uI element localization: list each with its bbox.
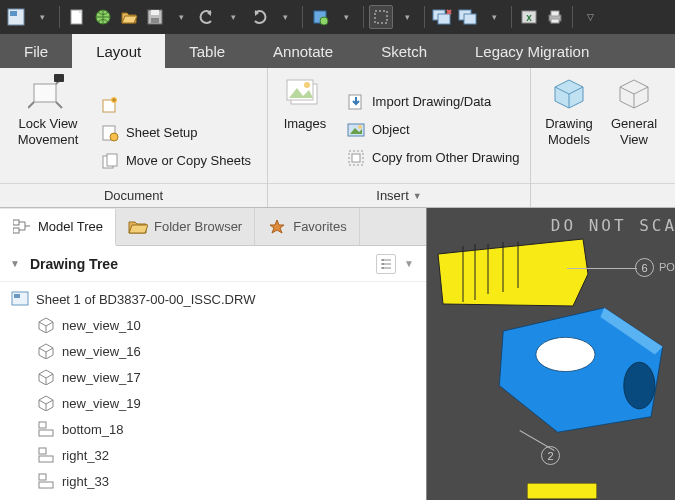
svg-rect-70 (39, 430, 53, 436)
tree-item[interactable]: right_33 (0, 468, 426, 494)
new-sheet-button[interactable] (100, 95, 251, 115)
tab-sketch[interactable]: Sketch (357, 34, 451, 68)
svg-rect-46 (13, 220, 19, 225)
ribbon-tab-strip: File Layout Table Annotate Sketch Legacy… (0, 34, 675, 68)
yellow-bar (527, 483, 597, 500)
panel-insert-title[interactable]: Insert▼ (268, 183, 530, 207)
tab-layout[interactable]: Layout (72, 34, 165, 68)
balloon-2[interactable]: 2 (541, 446, 560, 465)
windows-icon[interactable] (456, 5, 480, 29)
tree-item-label: new_view_10 (62, 318, 141, 333)
tab-legacy-migration[interactable]: Legacy Migration (451, 34, 613, 68)
side-tab-strip: Model Tree Folder Browser Favorites (0, 208, 426, 246)
save-icon[interactable] (143, 5, 167, 29)
select-box-icon[interactable] (369, 5, 393, 29)
excel-export-icon[interactable]: x (517, 5, 541, 29)
sheet-setup-icon (100, 123, 120, 143)
open-web-icon[interactable] (91, 5, 115, 29)
tree-root-row[interactable]: Sheet 1 of BD3837-00-00_ISSC.DRW (0, 286, 426, 312)
svg-rect-71 (39, 448, 46, 454)
object-button[interactable]: Object (346, 120, 519, 140)
drawing-canvas[interactable]: DO NOT SCALE. 6 POS 2 (427, 208, 675, 500)
regenerate-icon[interactable] (308, 5, 332, 29)
model-tree-icon (12, 217, 32, 237)
tree-item[interactable]: new_view_17 (0, 364, 426, 390)
tree-item-label: right_33 (62, 474, 109, 489)
svg-text:x: x (526, 12, 532, 23)
tree-options-caret[interactable]: ▼ (404, 258, 416, 269)
svg-point-82 (536, 337, 595, 371)
app-menu-icon[interactable] (4, 5, 28, 29)
copy-from-label: Copy from Other Drawing (372, 150, 519, 165)
tree-item[interactable]: new_view_19 (0, 390, 426, 416)
balloon-6[interactable]: 6 (635, 258, 654, 277)
select-box-caret[interactable]: ▾ (395, 5, 419, 29)
svg-rect-7 (151, 18, 159, 23)
svg-rect-24 (34, 84, 56, 102)
general-view-button[interactable]: General View (603, 72, 665, 183)
tree-item-label: right_32 (62, 448, 109, 463)
move-copy-sheets-button[interactable]: Move or Copy Sheets (100, 151, 251, 171)
tree-item[interactable]: new_view_10 (0, 312, 426, 338)
tree-settings-icon[interactable] (376, 254, 396, 274)
new-file-icon[interactable] (65, 5, 89, 29)
app-menu-caret[interactable]: ▾ (30, 5, 54, 29)
redo-caret[interactable]: ▾ (273, 5, 297, 29)
side-tab-folder-browser-label: Folder Browser (154, 219, 242, 234)
svg-rect-41 (352, 154, 360, 162)
side-tab-model-tree[interactable]: Model Tree (0, 209, 116, 246)
tab-annotate[interactable]: Annotate (249, 34, 357, 68)
svg-rect-59 (12, 292, 28, 305)
windows-caret[interactable]: ▾ (482, 5, 506, 29)
drawing-models-button[interactable]: Drawing Models (537, 72, 601, 183)
side-tab-favorites[interactable]: Favorites (255, 208, 359, 245)
tab-file[interactable]: File (0, 34, 72, 68)
view-iso-icon (36, 367, 56, 387)
tree-item-label: new_view_16 (62, 344, 141, 359)
side-tab-favorites-label: Favorites (293, 219, 346, 234)
tree-body: Sheet 1 of BD3837-00-00_ISSC.DRW new_vie… (0, 282, 426, 500)
print-icon[interactable] (543, 5, 567, 29)
svg-rect-14 (438, 14, 450, 24)
tree-root-label: Sheet 1 of BD3837-00-00_ISSC.DRW (36, 292, 255, 307)
tree-collapse-caret[interactable]: ▼ (10, 258, 22, 269)
undo-caret[interactable]: ▾ (221, 5, 245, 29)
lock-view-icon (28, 74, 68, 114)
lock-view-movement-button[interactable]: Lock View Movement (8, 72, 88, 183)
object-label: Object (372, 122, 410, 137)
undo-icon[interactable] (195, 5, 219, 29)
watermark-text: DO NOT SCALE. (551, 216, 675, 235)
tab-table[interactable]: Table (165, 34, 249, 68)
svg-rect-47 (13, 228, 19, 233)
svg-rect-18 (464, 14, 476, 24)
save-caret[interactable]: ▾ (169, 5, 193, 29)
sheet-setup-button[interactable]: Sheet Setup (100, 123, 251, 143)
side-panel: Model Tree Folder Browser Favorites ▼ Dr… (0, 208, 427, 500)
sheet-setup-label: Sheet Setup (126, 125, 198, 140)
import-drawing-label: Import Drawing/Data (372, 94, 491, 109)
open-file-icon[interactable] (117, 5, 141, 29)
sheet-icon (10, 289, 30, 309)
blue-part (471, 300, 675, 440)
images-button[interactable]: Images (276, 72, 334, 183)
tree-item[interactable]: right_32 (0, 442, 426, 468)
tree-item[interactable]: bottom_18 (0, 416, 426, 442)
import-drawing-icon (346, 92, 366, 112)
close-window-icon[interactable] (430, 5, 454, 29)
side-tab-folder-browser[interactable]: Folder Browser (116, 208, 255, 245)
svg-point-39 (358, 125, 362, 129)
regenerate-caret[interactable]: ▾ (334, 5, 358, 29)
view-flat-icon (36, 445, 56, 465)
tree-item[interactable]: new_view_16 (0, 338, 426, 364)
svg-point-83 (624, 362, 655, 409)
copy-from-other-drawing-button[interactable]: Copy from Other Drawing (346, 148, 519, 168)
view-iso-icon (36, 315, 56, 335)
folder-browser-icon (128, 217, 148, 237)
images-icon (285, 74, 325, 114)
favorites-icon (267, 217, 287, 237)
redo-icon[interactable] (247, 5, 271, 29)
drawing-models-icon (549, 74, 589, 114)
import-drawing-data-button[interactable]: Import Drawing/Data (346, 92, 519, 112)
svg-point-29 (110, 133, 118, 141)
qat-customize-caret[interactable]: ▽ (578, 5, 602, 29)
